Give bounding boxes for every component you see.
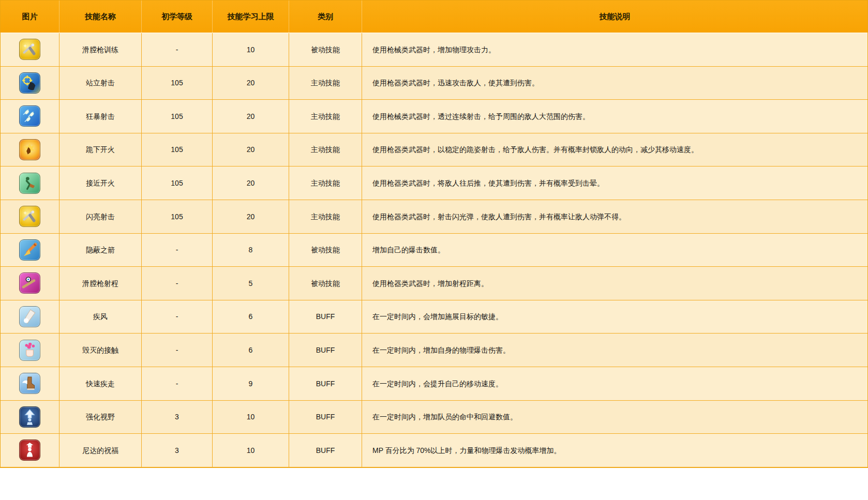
skill-learn-level: - <box>142 300 213 334</box>
skill-name: 强化视野 <box>59 401 142 434</box>
table-row-hidden-arrow: 隐蔽之箭 - 8 被动技能 增加自己的爆击数值。 <box>1 234 867 267</box>
table-row-gale: 疾风 - 6 BUFF 在一定时间内，会增加施展目标的敏捷。 <box>1 300 867 334</box>
skill-category: 主动技能 <box>289 100 362 133</box>
skill-image-cell <box>1 267 59 300</box>
table-row-musket-range: 滑膛枪射程 - 5 被动技能 使用枪器类武器时，增加射程距离。 <box>1 267 867 300</box>
table-row-nida-blessing: 尼达的祝福 3 10 BUFF MP 百分比为 70%以上时，力量和物理爆击发动… <box>1 434 867 467</box>
skill-image-cell <box>1 300 59 334</box>
destruction-touch-icon <box>19 340 40 361</box>
skill-description: 在一定时间内，增加队员的命中和回避数值。 <box>362 401 867 434</box>
nida-blessing-icon <box>19 440 40 461</box>
skill-image-cell <box>1 367 59 401</box>
skill-image-cell <box>1 133 59 167</box>
skill-learn-level: - <box>142 367 213 401</box>
skill-learn-level: - <box>142 33 213 67</box>
hidden-arrow-icon <box>19 239 40 261</box>
skill-learn-level: 105 <box>142 67 213 100</box>
skill-name: 闪亮射击 <box>59 200 142 234</box>
skill-max-level: 6 <box>213 300 289 334</box>
skill-description: 使用枪器类武器时，射击闪光弹，使敌人遭到伤害，并有概率让敌人动弹不得。 <box>362 200 867 234</box>
column-header-max-level: 技能学习上限 <box>213 1 289 33</box>
skill-category: 主动技能 <box>289 133 362 167</box>
skill-learn-level: 105 <box>142 100 213 133</box>
skill-max-level: 5 <box>213 267 289 300</box>
skill-learn-level: - <box>142 234 213 267</box>
skill-image-cell <box>1 434 59 467</box>
skill-max-level: 20 <box>213 200 289 234</box>
skill-max-level: 20 <box>213 100 289 133</box>
table-row-quick-dash: 快速疾走 - 9 BUFF 在一定时间内，会提升自己的移动速度。 <box>1 367 867 401</box>
skill-max-level: 20 <box>213 133 289 167</box>
column-header-image: 图片 <box>1 1 59 33</box>
skill-image-cell <box>1 100 59 133</box>
kneeling-fire-icon <box>19 139 40 160</box>
skill-description: 使用枪器类武器时，增加射程距离。 <box>362 267 867 300</box>
skill-category: BUFF <box>289 434 362 467</box>
table-row-destruction-touch: 毁灭的接触 - 6 BUFF 在一定时间内，增加自身的物理爆击伤害。 <box>1 334 867 367</box>
skill-max-level: 9 <box>213 367 289 401</box>
close-fire-icon <box>19 173 40 194</box>
skill-description: 在一定时间内，会提升自己的移动速度。 <box>362 367 867 401</box>
skill-image-cell <box>1 200 59 234</box>
column-header-skill-name: 技能名称 <box>59 1 142 33</box>
skill-max-level: 20 <box>213 67 289 100</box>
table-body: 滑膛枪训练 - 10 被动技能 使用枪械类武器时，增加物理攻击力。 站立射击 1… <box>1 33 867 467</box>
skill-max-level: 8 <box>213 234 289 267</box>
skill-image-cell <box>1 234 59 267</box>
skill-description: 使用枪器类武器时，将敌人往后推，使其遭到伤害，并有概率受到击晕。 <box>362 166 867 200</box>
column-header-learn-level: 初学等级 <box>142 1 213 33</box>
skill-name: 站立射击 <box>59 67 142 100</box>
skill-max-level: 10 <box>213 401 289 434</box>
table-row-frenzy-shot: 狂暴射击 105 20 主动技能 使用枪械类武器时，透过连续射击，给予周围的敌人… <box>1 100 867 133</box>
skill-name: 快速疾走 <box>59 367 142 401</box>
skill-image-cell <box>1 401 59 434</box>
table-row-musket-training: 滑膛枪训练 - 10 被动技能 使用枪械类武器时，增加物理攻击力。 <box>1 33 867 67</box>
skill-name: 隐蔽之箭 <box>59 234 142 267</box>
table-row-kneeling-fire: 跪下开火 105 20 主动技能 使用枪器类武器时，以稳定的跪姿射击，给予敌人伤… <box>1 133 867 167</box>
flash-shot-icon <box>19 206 40 227</box>
skill-category: 被动技能 <box>289 267 362 300</box>
skill-learn-level: - <box>142 267 213 300</box>
table-row-flash-shot: 闪亮射击 105 20 主动技能 使用枪器类武器时，射击闪光弹，使敌人遭到伤害，… <box>1 200 867 234</box>
skill-category: BUFF <box>289 334 362 367</box>
musket-training-icon <box>19 39 40 60</box>
skill-category: 主动技能 <box>289 200 362 234</box>
skill-learn-level: 105 <box>142 166 213 200</box>
skill-max-level: 6 <box>213 334 289 367</box>
skill-name: 接近开火 <box>59 166 142 200</box>
skill-description: 在一定时间内，增加自身的物理爆击伤害。 <box>362 334 867 367</box>
skill-category: 主动技能 <box>289 166 362 200</box>
skill-learn-level: 3 <box>142 401 213 434</box>
skill-name: 跪下开火 <box>59 133 142 167</box>
skill-category: 被动技能 <box>289 234 362 267</box>
skill-description: 使用枪器类武器时，以稳定的跪姿射击，给予敌人伤害。并有概率封锁敌人的动向，减少其… <box>362 133 867 167</box>
skill-learn-level: - <box>142 334 213 367</box>
skill-image-cell <box>1 67 59 100</box>
skill-category: 被动技能 <box>289 33 362 67</box>
skill-name: 狂暴射击 <box>59 100 142 133</box>
skill-category: BUFF <box>289 401 362 434</box>
musket-range-icon <box>19 272 40 294</box>
skill-learn-level: 3 <box>142 434 213 467</box>
table-header-row: 图片 技能名称 初学等级 技能学习上限 类别 技能说明 <box>1 1 867 33</box>
enhanced-vision-icon <box>19 406 40 428</box>
column-header-category: 类别 <box>289 1 362 33</box>
skill-learn-level: 105 <box>142 200 213 234</box>
skill-category: BUFF <box>289 300 362 334</box>
skill-description: 使用枪械类武器时，透过连续射击，给予周围的敌人大范围的伤害。 <box>362 100 867 133</box>
quick-dash-icon <box>19 373 40 394</box>
column-header-description: 技能说明 <box>362 1 867 33</box>
frenzy-shot-icon <box>19 105 40 127</box>
skill-category: BUFF <box>289 367 362 401</box>
skill-description: 增加自己的爆击数值。 <box>362 234 867 267</box>
gale-icon <box>19 306 40 327</box>
skill-category: 主动技能 <box>289 67 362 100</box>
skill-name: 滑膛枪训练 <box>59 33 142 67</box>
skill-image-cell <box>1 334 59 367</box>
skill-description: 使用枪械类武器时，增加物理攻击力。 <box>362 33 867 67</box>
table-row-standing-shot: 站立射击 105 20 主动技能 使用枪器类武器时，迅速攻击敌人，使其遭到伤害。 <box>1 67 867 100</box>
skills-table: 图片 技能名称 初学等级 技能学习上限 类别 技能说明 滑膛枪训练 - 10 被… <box>0 0 868 468</box>
skill-description: MP 百分比为 70%以上时，力量和物理爆击发动概率增加。 <box>362 434 867 467</box>
skill-name: 滑膛枪射程 <box>59 267 142 300</box>
skill-image-cell <box>1 33 59 67</box>
